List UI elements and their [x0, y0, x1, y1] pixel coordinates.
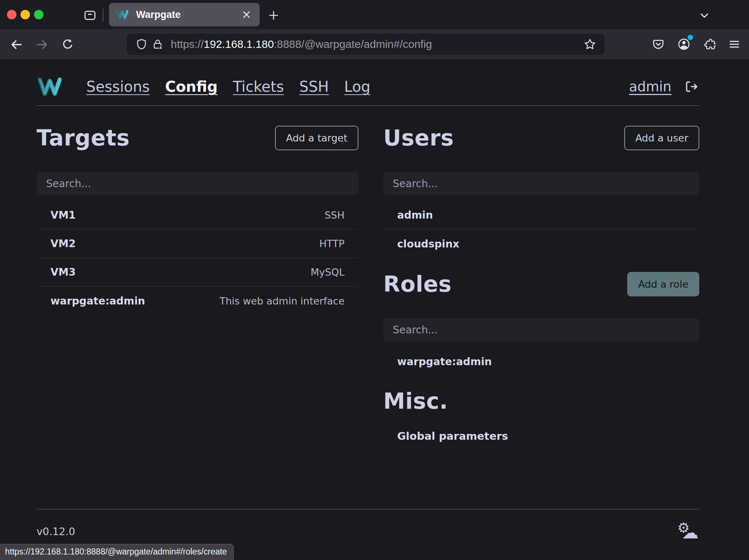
target-row[interactable]: VM3 MySQL: [37, 258, 358, 287]
current-user-link[interactable]: admin: [629, 79, 671, 95]
warpgate-admin-page: Sessions Config Tickets SSH Log admin: [0, 59, 749, 560]
role-row[interactable]: warpgate:admin: [383, 347, 699, 376]
hamburger-menu-icon[interactable]: [726, 36, 743, 53]
role-name: warpgate:admin: [397, 356, 492, 368]
url-text: https://192.168.1.180:8888/@warpgate/adm…: [171, 38, 582, 50]
nav-link-tickets[interactable]: Tickets: [233, 78, 284, 95]
tracking-protection-shield-icon[interactable]: [133, 36, 150, 52]
target-name: VM3: [50, 266, 76, 278]
account-notification-dot: [688, 35, 693, 40]
zoom-window-button[interactable]: [34, 10, 44, 19]
bookmark-star-icon[interactable]: [582, 36, 598, 52]
nav-link-sessions[interactable]: Sessions: [86, 78, 150, 95]
url-host: 192.168.1.180: [204, 38, 274, 50]
url-path: :8888/@warpgate/admin#/config: [274, 38, 432, 50]
add-user-button[interactable]: Add a user: [624, 126, 699, 150]
target-name: VM1: [50, 209, 76, 221]
target-kind: This web admin interface: [219, 295, 345, 307]
users-search-input[interactable]: [383, 172, 699, 195]
roles-search-input[interactable]: [383, 318, 699, 341]
target-kind: SSH: [324, 209, 345, 221]
tab-separator: [103, 8, 103, 22]
target-row[interactable]: VM1 SSH: [37, 201, 358, 230]
url-bar[interactable]: https://192.168.1.180:8888/@warpgate/adm…: [127, 34, 605, 55]
version-label: v0.12.0: [37, 526, 75, 538]
targets-title: Targets: [37, 125, 130, 151]
close-window-button[interactable]: [7, 10, 16, 19]
target-row[interactable]: VM2 HTTP: [37, 230, 358, 258]
nav-link-log[interactable]: Log: [344, 78, 370, 95]
reload-icon[interactable]: [59, 36, 76, 53]
user-name: cloudspinx: [397, 238, 459, 250]
add-role-button[interactable]: Add a role: [627, 272, 699, 296]
target-kind: MySQL: [310, 266, 345, 278]
minimize-window-button[interactable]: [20, 10, 30, 19]
nav-links: Sessions Config Tickets SSH Log: [86, 78, 370, 95]
tab-title: Warpgate: [136, 9, 240, 20]
cloud-icon: ☁: [682, 523, 699, 542]
misc-title: Misc.: [383, 388, 699, 414]
insecure-lock-icon[interactable]: [150, 36, 166, 52]
url-scheme: https://: [171, 38, 204, 50]
global-parameters-link[interactable]: Global parameters: [383, 422, 699, 450]
user-row[interactable]: admin: [383, 201, 699, 230]
target-name: VM2: [50, 238, 76, 250]
page-footer: v0.12.0 ⚙ ☁: [37, 509, 699, 541]
logout-icon[interactable]: [684, 79, 699, 94]
roles-list: warpgate:admin: [383, 347, 699, 376]
targets-list: VM1 SSH VM2 HTTP VM3 MySQL warpgate:admi…: [37, 201, 358, 315]
back-icon[interactable]: [8, 36, 25, 53]
tab-close-icon[interactable]: [240, 8, 253, 21]
pocket-icon[interactable]: [650, 36, 667, 53]
firefox-view-icon[interactable]: [81, 7, 99, 24]
status-bar-link-preview: https://192.168.1.180:8888/@warpgate/adm…: [0, 544, 234, 560]
warpgate-logo: [37, 77, 63, 96]
target-name: warpgate:admin: [50, 295, 145, 307]
warpgate-favicon: [116, 10, 129, 19]
target-kind: HTTP: [319, 238, 345, 249]
list-all-tabs-icon[interactable]: [696, 7, 713, 23]
api-gear-cloud-icon[interactable]: ⚙ ☁: [677, 522, 699, 541]
extensions-puzzle-icon[interactable]: [701, 36, 718, 53]
tab-bar: Warpgate: [0, 0, 749, 29]
account-icon[interactable]: [675, 36, 693, 53]
window-controls: [7, 10, 44, 19]
nav-link-config[interactable]: Config: [165, 78, 218, 95]
user-name: admin: [397, 209, 433, 221]
target-row[interactable]: warpgate:admin This web admin interface: [37, 287, 358, 315]
targets-search-input[interactable]: [37, 172, 358, 195]
user-row[interactable]: cloudspinx: [383, 230, 699, 258]
users-list: admin cloudspinx: [383, 201, 699, 258]
add-target-button[interactable]: Add a target: [275, 126, 358, 150]
browser-tab[interactable]: Warpgate: [109, 3, 260, 26]
users-title: Users: [383, 125, 454, 151]
new-tab-button[interactable]: [266, 7, 282, 23]
nav-link-ssh[interactable]: SSH: [299, 78, 329, 95]
site-nav: Sessions Config Tickets SSH Log admin: [37, 59, 699, 106]
navigation-toolbar: https://192.168.1.180:8888/@warpgate/adm…: [0, 29, 749, 59]
forward-icon[interactable]: [34, 36, 50, 53]
roles-title: Roles: [383, 271, 452, 297]
